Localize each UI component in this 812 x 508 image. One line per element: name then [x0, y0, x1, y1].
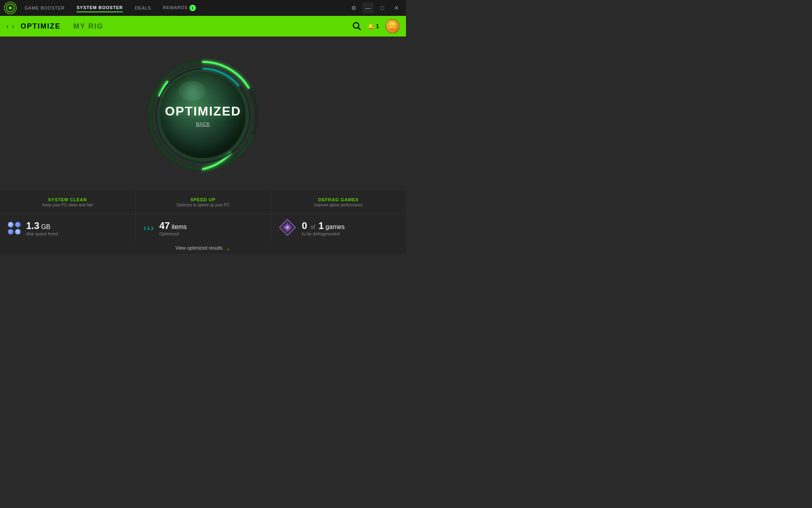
system-clean-desc: Keep your PC clean and fast [42, 203, 93, 207]
stats-values: 1.3 GB disk space freed › › › 47 items O… [0, 214, 406, 242]
optimized-container: OPTIMIZED BACK [144, 56, 262, 175]
stat-value-disk: 1.3 GB disk space freed [0, 214, 136, 242]
nav-system-booster[interactable]: SYSTEM BOOSTER [77, 4, 123, 12]
view-results-button[interactable]: View optimized results ⌄ [0, 242, 406, 254]
nav-items: GAME BOOSTER SYSTEM BOOSTER DEALS REWARD… [25, 3, 348, 13]
back-link[interactable]: BACK [196, 121, 210, 127]
stat-value-games: 0 of 1 games to be defragmented [271, 214, 406, 242]
tab-optimize[interactable]: OPTIMIZE [21, 22, 61, 31]
main-content: OPTIMIZED BACK [0, 37, 406, 190]
stat-card-defrag: DEFRAG GAMES Improve game performance [271, 190, 406, 214]
bottom-area: SYSTEM CLEAN Keep your PC clean and fast… [0, 190, 406, 254]
games-number: 0 [302, 220, 307, 231]
notification-button[interactable]: 🔔 1 [368, 23, 379, 29]
defrag-icon [279, 219, 296, 238]
dot-2 [15, 222, 21, 227]
rewards-badge: 1 [190, 5, 196, 11]
disk-number: 1.3 [26, 220, 39, 231]
system-clean-title: SYSTEM CLEAN [48, 197, 87, 202]
items-sublabel: Optimized [159, 231, 187, 236]
stat-card-speed-up: SPEED UP Optimize to speed up your PC [136, 190, 271, 214]
title-bar: GAME BOOSTER SYSTEM BOOSTER DEALS REWARD… [0, 0, 406, 16]
speed-icon: › › › [144, 223, 154, 233]
disk-unit: GB [41, 223, 50, 230]
items-number: 47 [159, 220, 170, 231]
nav-deals[interactable]: DEALS [135, 4, 151, 12]
minimize-button[interactable]: — [362, 2, 373, 13]
games-sublabel: to be defragmented [302, 231, 345, 236]
maximize-button[interactable]: □ [377, 2, 388, 13]
stat-value-items: › › › 47 items Optimized [136, 214, 271, 242]
settings-button[interactable]: ⚙ [348, 2, 359, 13]
forward-arrow[interactable]: › [12, 22, 14, 31]
close-button[interactable]: ✕ [391, 2, 402, 13]
sub-nav-items: OPTIMIZE MY RIG [21, 22, 103, 31]
disk-icon [8, 222, 21, 235]
speed-up-desc: Optimize to speed up your PC [176, 203, 229, 207]
sub-header-right: 🔔 1 👱 [352, 19, 400, 33]
dot-4 [15, 229, 21, 235]
back-arrow[interactable]: ‹ [6, 22, 9, 31]
stat-card-system-clean: SYSTEM CLEAN Keep your PC clean and fast [0, 190, 136, 214]
svg-line-4 [358, 27, 360, 30]
stats-cards: SYSTEM CLEAN Keep your PC clean and fast… [0, 190, 406, 214]
search-button[interactable] [352, 22, 361, 31]
of-label: of [310, 224, 315, 230]
items-unit: items [172, 223, 187, 230]
nav-rewards[interactable]: REWARDS1 [163, 3, 196, 13]
window-controls: ⚙ — □ ✕ [348, 2, 402, 13]
view-results-label: View optimized results [175, 245, 222, 251]
defrag-title: DEFRAG GAMES [318, 197, 359, 202]
arrow-3: › [151, 223, 153, 233]
nav-arrows: ‹ › [6, 22, 14, 31]
disk-sublabel: disk space freed [26, 231, 58, 236]
games-unit: games [326, 223, 345, 230]
svg-point-2 [9, 6, 12, 10]
optimized-label: OPTIMIZED [165, 104, 241, 119]
avatar: 👱 [385, 19, 400, 33]
defrag-desc: Improve game performance [314, 203, 363, 207]
status-circle[interactable]: OPTIMIZED BACK [159, 72, 247, 159]
arrow-1: › [144, 223, 146, 233]
nav-game-booster[interactable]: GAME BOOSTER [25, 4, 65, 12]
dot-3 [8, 229, 13, 235]
games-total: 1 [318, 220, 324, 231]
dot-1 [8, 222, 13, 227]
notification-count: 1 [376, 23, 379, 29]
app-logo [4, 2, 17, 14]
notification-icon: 🔔 [368, 23, 374, 29]
view-results-chevron: ⌄ [226, 245, 231, 251]
tab-my-rig[interactable]: MY RIG [73, 22, 103, 31]
avatar-button[interactable]: 👱 [385, 19, 400, 33]
arrow-2: › [147, 223, 150, 233]
speed-up-title: SPEED UP [190, 197, 216, 202]
sub-header: ‹ › OPTIMIZE MY RIG 🔔 1 👱 [0, 16, 406, 37]
